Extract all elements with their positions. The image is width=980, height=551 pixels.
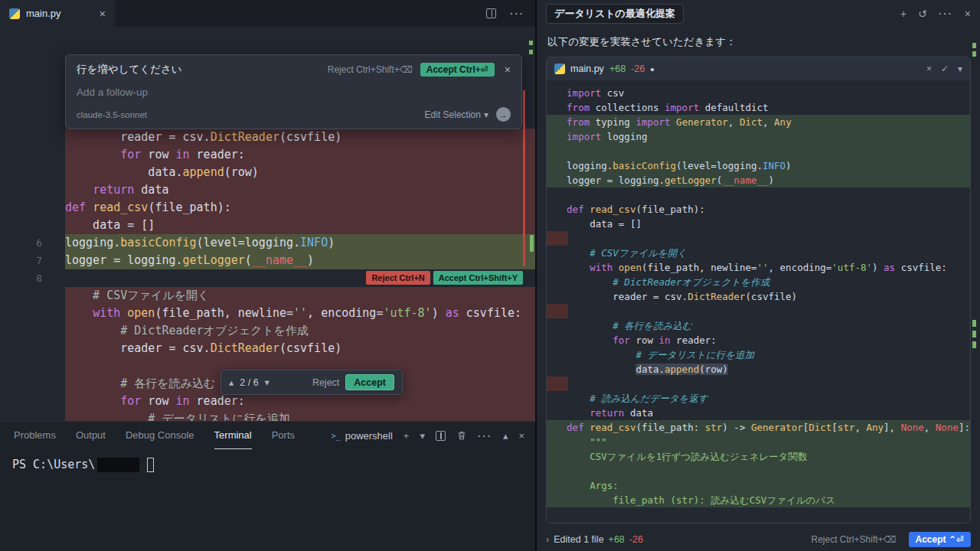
terminal-dropdown-icon[interactable]: ▾ [420, 430, 425, 442]
chat-close-icon[interactable]: × [965, 8, 971, 20]
panel-more-icon[interactable]: ··· [478, 430, 492, 442]
editor-tab-bar: main.py × ··· [0, 0, 535, 27]
suggestion-code-line: # データリストに行を追加 [547, 347, 970, 362]
line-number [0, 129, 65, 146]
split-editor-icon[interactable] [486, 8, 496, 18]
close-icon[interactable]: × [505, 64, 511, 76]
panel-tab-ports[interactable]: Ports [272, 422, 295, 449]
panel-tab-terminal[interactable]: Terminal [214, 422, 252, 449]
inline-chat-accept-button[interactable]: Accept Ctrl+⏎ [420, 63, 495, 77]
line-number [0, 287, 65, 305]
tab-close-icon[interactable]: × [100, 8, 106, 20]
overview-ruler-added-mark [529, 41, 533, 45]
panel-tab-output[interactable]: Output [76, 422, 106, 449]
lines-added-badge: +68 [609, 64, 626, 74]
line-number [0, 164, 65, 181]
deleted-lines-marker [547, 231, 568, 246]
split-terminal-icon[interactable] [436, 431, 446, 441]
edit-card-filename[interactable]: main.py [570, 64, 604, 74]
history-icon[interactable]: ↺ [918, 8, 927, 20]
modified-dot-icon: • [650, 64, 654, 75]
nav-reject-button[interactable]: Reject [312, 377, 339, 388]
suggestion-code-line [547, 231, 970, 246]
suggestion-code-line: # 各行を読み込む [547, 318, 970, 333]
editor-code-line: data = [] [0, 217, 535, 234]
panel-actions: >_ powershell + ▾ ··· ▴ × [332, 422, 524, 449]
suggestion-code-line: def read_csv(file_path): [547, 202, 970, 217]
lines-removed-badge: -26 [631, 64, 645, 74]
panel-close-icon[interactable]: × [519, 430, 525, 442]
line-number [0, 199, 65, 217]
code-editor[interactable]: reader = csv.DictReader(csvfile) for row… [0, 27, 535, 421]
overview-ruler-added-mark [529, 50, 533, 54]
deleted-lines-marker [547, 377, 568, 391]
suggestion-code-line: # 読み込んだデータを返す [547, 391, 970, 406]
assistant-message: 以下の変更を実装させていただきます： [537, 28, 980, 54]
footer-reject-button[interactable]: Reject Ctrl+Shift+⌫ [812, 534, 897, 545]
edit-summary: Edited 1 file [554, 534, 603, 545]
more-actions-icon[interactable]: ··· [510, 8, 524, 19]
shell-selector[interactable]: >_ powershell [332, 430, 393, 442]
panel-maximize-icon[interactable]: ▴ [503, 430, 508, 442]
keep-icon[interactable]: ✓ [941, 64, 949, 74]
terminal-area[interactable]: PS C:\Users\ [0, 449, 535, 480]
scrollbar-added-mark [972, 341, 976, 348]
discard-icon[interactable]: × [926, 64, 932, 74]
suggestion-code-line: def read_csv(file_path: str) -> Generato… [547, 420, 970, 435]
followup-input[interactable]: Add a follow-up [77, 86, 511, 98]
tab-main-py[interactable]: main.py × [0, 0, 115, 27]
diff-reject-button[interactable]: Reject Ctrl+N [366, 271, 430, 285]
inline-chat-reject-button[interactable]: Reject Ctrl+Shift+⌫ [328, 64, 413, 75]
new-terminal-icon[interactable]: + [403, 430, 410, 442]
diff-nav-widget: ▴ 2 / 6 ▾ Reject Accept [220, 370, 403, 395]
suggestion-code-line: reader = csv.DictReader(csvfile) [547, 289, 970, 304]
terminal-prompt: PS C:\Users\ [12, 457, 95, 472]
suggestion-code-line [547, 377, 970, 391]
collapse-icon[interactable]: ▾ [958, 64, 962, 74]
suggestion-code-line: for row in reader: [547, 333, 970, 347]
tab-label: main.py [26, 8, 61, 19]
terminal-cursor [147, 458, 154, 472]
nav-accept-button[interactable]: Accept [345, 374, 394, 390]
edit-card-header: main.py +68 -26 • × ✓ ▾ [547, 57, 970, 80]
suggestion-code-line: """ [547, 435, 970, 449]
shell-label: powershell [345, 430, 393, 442]
model-label[interactable]: claude-3.5-sonnet [77, 110, 147, 119]
edit-selection-dropdown[interactable]: Edit Selection ▾ [425, 109, 488, 120]
line-number [0, 305, 65, 322]
new-chat-icon[interactable]: + [900, 8, 906, 20]
editor-code-line: reader = csv.DictReader(csvfile) [0, 129, 535, 146]
suggestion-code-line: with open(file_path, newline='', encodin… [547, 260, 970, 275]
editor-code-line: 6logging.basicConfig(level=logging.INFO) [0, 234, 535, 252]
suggestion-code-line: # CSVファイルを開く [547, 246, 970, 260]
scrollbar-added-mark [972, 331, 976, 337]
send-icon[interactable]: → [496, 107, 511, 122]
nav-prev-icon[interactable]: ▴ [229, 377, 234, 388]
python-file-icon [9, 8, 20, 19]
chat-more-icon[interactable]: ··· [939, 8, 953, 20]
line-number [0, 146, 65, 164]
suggestion-code-line: data.append(row) [547, 362, 970, 377]
line-number: 7 [0, 252, 65, 269]
diff-counter: 2 / 6 [240, 377, 258, 388]
editor-code-line: # DictReaderオブジェクトを作成 [0, 322, 535, 340]
line-number [0, 340, 65, 357]
suggestion-code-line: from collections import defaultdict [547, 100, 970, 115]
line-number [0, 375, 65, 393]
inline-chat-prompt[interactable]: 行を増やしてください [77, 63, 182, 77]
line-number [0, 357, 65, 375]
python-file-icon [554, 64, 565, 74]
editor-code-line: def read_csv(file_path): [0, 199, 535, 217]
editor-code-line: for row in reader: [0, 146, 535, 164]
panel-tab-problems[interactable]: Problems [14, 422, 56, 449]
expand-icon[interactable]: › [546, 534, 549, 545]
scrollbar-added-mark [972, 320, 976, 327]
suggestion-code-line: logger = logging.getLogger(__name__) [547, 173, 970, 187]
footer-accept-button[interactable]: Accept ⌃⏎ [909, 532, 971, 547]
kill-terminal-icon[interactable] [456, 430, 467, 441]
line-number: 8 [0, 269, 65, 287]
nav-next-icon[interactable]: ▾ [265, 377, 270, 388]
suggestion-code-line [547, 187, 970, 202]
diff-accept-button[interactable]: Accept Ctrl+Shift+Y [433, 271, 523, 285]
panel-tab-debug-console[interactable]: Debug Console [126, 422, 194, 449]
